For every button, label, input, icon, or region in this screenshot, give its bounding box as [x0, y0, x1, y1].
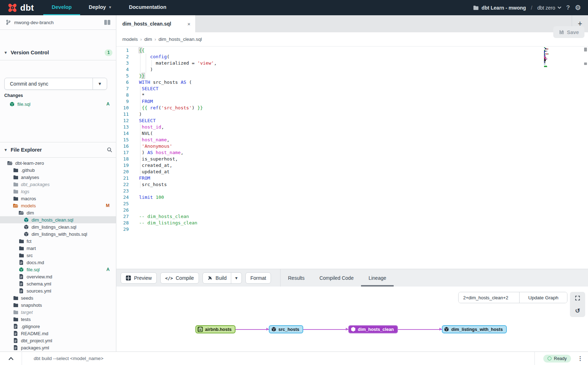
help-icon[interactable]: ?	[566, 4, 570, 11]
tab-results[interactable]: Results	[281, 269, 312, 287]
code-line[interactable]: 22 src_hosts	[116, 181, 588, 188]
tree-item-dim-hosts-clean-sql[interactable]: dim_hosts_clean.sql	[0, 216, 116, 223]
code-line[interactable]: 25	[116, 201, 588, 207]
code-line[interactable]: 16 'Anonymous'	[116, 143, 588, 149]
nav-item-documentation[interactable]: Documentation	[120, 0, 175, 15]
code-line[interactable]: 14 NVL(	[116, 130, 588, 137]
lineage-node-dim-hosts-clean[interactable]: dim_hosts_clean	[348, 325, 398, 333]
nav-item-deploy[interactable]: Deploy▼	[80, 0, 120, 15]
tree-item-sources-yml[interactable]: sources.yml	[0, 287, 116, 294]
tree-item-mart[interactable]: mart	[0, 245, 116, 252]
save-button[interactable]: Save	[553, 26, 584, 38]
tree-item-target[interactable]: target	[0, 309, 116, 316]
tree-item-analyses[interactable]: analyses	[0, 174, 116, 181]
lineage-node-dim-listings-with-hosts[interactable]: dim_listings_with_hosts	[442, 325, 507, 333]
tree-item-models[interactable]: modelsM	[0, 202, 116, 209]
code-line[interactable]: 18 is_superhost,	[116, 156, 588, 162]
code-line[interactable]: 2 config(	[116, 54, 588, 60]
code-line[interactable]: 8 *	[116, 92, 588, 98]
breadcrumb-segment[interactable]: dim	[144, 37, 152, 42]
tree-item-snapshots[interactable]: snapshots	[0, 301, 116, 309]
docs-book-icon[interactable]	[104, 20, 110, 25]
nav-item-develop[interactable]: Develop	[43, 0, 80, 15]
tree-item-fct[interactable]: fct	[0, 238, 116, 245]
breadcrumb-segment[interactable]: dim_hosts_clean.sql	[159, 37, 202, 42]
reset-view-icon[interactable]: ↺	[570, 305, 585, 317]
tree-item-macros[interactable]: macros	[0, 195, 116, 202]
code-line[interactable]: 12SELECT	[116, 118, 588, 124]
code-line[interactable]: 19 created_at,	[116, 162, 588, 169]
code-line[interactable]: 24limit 100	[116, 194, 588, 201]
search-icon[interactable]	[107, 147, 112, 153]
scrollbar-thumb[interactable]	[584, 48, 587, 51]
code-line[interactable]: 11)	[116, 111, 588, 118]
code-line[interactable]: 10 {{ ref('src_hosts') }}	[116, 105, 588, 111]
code-line[interactable]: 23	[116, 188, 588, 194]
tree-item-dbt-learn-zero[interactable]: dbt-learn-zero	[0, 159, 116, 167]
tree-item--gitignore[interactable]: .gitignore	[0, 323, 116, 330]
lineage-node-src-hosts[interactable]: src_hosts	[269, 325, 303, 333]
environment-switcher[interactable]: dbt zero	[537, 5, 561, 11]
code-line[interactable]: 7 SELECT	[116, 86, 588, 92]
preview-button[interactable]: Preview	[121, 272, 157, 284]
tab-compiled-code[interactable]: Compiled Code	[312, 269, 361, 287]
code-line[interactable]: 5}}	[116, 73, 588, 79]
tree-item-dbt-project-yml[interactable]: dbt_project.yml	[0, 337, 116, 344]
tree-item-logs[interactable]: logs	[0, 188, 116, 195]
code-line[interactable]: 28-- dim_listings_clean	[116, 220, 588, 226]
tree-item-tests[interactable]: tests	[0, 316, 116, 323]
tree-item-packages-yml[interactable]: packages.yml	[0, 344, 116, 351]
build-options-dropdown[interactable]: ▼	[231, 273, 242, 283]
code-line[interactable]: 13 host_id,	[116, 124, 588, 130]
code-line[interactable]: 27-- dim_hosts_clean	[116, 213, 588, 220]
code-line[interactable]: 26	[116, 207, 588, 213]
tree-item-dim-listings-with-hosts-sql[interactable]: dim_listings_with_hosts.sql	[0, 230, 116, 238]
code-line[interactable]: 17 ) AS host_name,	[116, 149, 588, 156]
tree-item-src[interactable]: src	[0, 252, 116, 259]
breadcrumb-segment[interactable]: models	[122, 37, 138, 42]
file-explorer-header[interactable]: ▼ File Explorer	[0, 142, 116, 158]
build-button[interactable]: Build▼	[203, 272, 242, 284]
changed-file-row[interactable]: file.sqlA	[0, 100, 116, 108]
compile-button[interactable]: </>Compile	[160, 272, 199, 284]
code-line[interactable]: 9 FROM	[116, 98, 588, 105]
code-line[interactable]: 21FROM	[116, 175, 588, 181]
tree-item-seeds[interactable]: seeds	[0, 294, 116, 301]
kebab-menu-icon[interactable]: ⋮	[577, 355, 583, 362]
tree-item-schema-yml[interactable]: schema.yml	[0, 280, 116, 287]
fullscreen-icon[interactable]	[570, 292, 585, 304]
tree-item--github[interactable]: .github	[0, 167, 116, 174]
code-line[interactable]: 15 host_name,	[116, 137, 588, 143]
tree-item-overview-md[interactable]: overview.md	[0, 273, 116, 280]
project-switcher[interactable]: dbt Learn - mwong	[473, 5, 526, 11]
update-graph-button[interactable]: Update Graph	[519, 292, 567, 303]
lineage-selector-input[interactable]	[459, 292, 519, 303]
code-line[interactable]: 6WITH src_hosts AS (	[116, 79, 588, 86]
lineage-node-airbnb-hosts[interactable]: airbnb.hosts	[195, 325, 235, 333]
expand-command-bar-chevron[interactable]	[0, 352, 22, 365]
tree-item-docs-md[interactable]: docs.md	[0, 259, 116, 266]
tab-lineage[interactable]: Lineage	[361, 269, 394, 287]
tree-item-readme-md[interactable]: README.md	[0, 330, 116, 337]
tree-item-dbt-packages[interactable]: dbt_packages	[0, 181, 116, 188]
editor-scrollbar[interactable]	[584, 47, 587, 269]
commit-options-dropdown[interactable]: ▼	[93, 78, 107, 89]
dbt-logo[interactable]: dbt	[0, 0, 43, 15]
close-icon[interactable]: ×	[187, 21, 190, 27]
command-input[interactable]: dbt build --select <model_name>	[34, 356, 104, 361]
code-line[interactable]: 20 updated_at	[116, 169, 588, 175]
version-control-header[interactable]: ▼ Version Control 1	[0, 45, 116, 60]
format-button[interactable]: Format	[245, 272, 271, 284]
tree-item-file-sql[interactable]: file.sqlA	[0, 266, 116, 273]
tree-item-dim[interactable]: dim	[0, 209, 116, 216]
code-line[interactable]: 4 )	[116, 66, 588, 73]
tab-dim-hosts-clean[interactable]: dim_hosts_clean.sql ×	[116, 15, 196, 32]
code-line[interactable]: 3 materialized = 'view',	[116, 60, 588, 66]
tree-item-dim-listings-clean-sql[interactable]: dim_listings_clean.sql	[0, 223, 116, 230]
gear-icon[interactable]: ⚙	[575, 4, 581, 12]
commit-and-sync-button[interactable]: Commit and sync ▼	[4, 78, 107, 90]
code-line[interactable]: 1{{	[116, 47, 588, 54]
code-editor[interactable]: 1{{2 config(3 materialized = 'view',4 )5…	[116, 47, 588, 269]
code-line[interactable]: 29	[116, 226, 588, 233]
minimap[interactable]	[544, 47, 554, 68]
